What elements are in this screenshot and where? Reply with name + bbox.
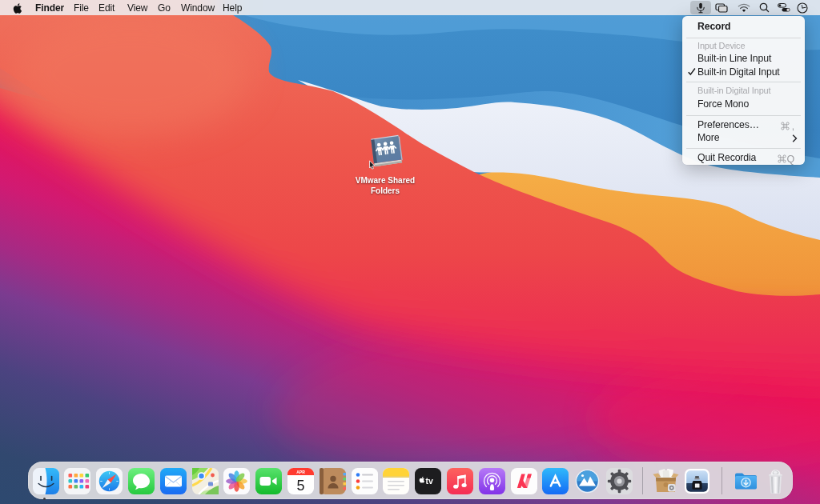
svg-text:5: 5: [296, 478, 304, 494]
svg-text:APR: APR: [296, 470, 305, 474]
svg-text:tv: tv: [426, 476, 433, 486]
